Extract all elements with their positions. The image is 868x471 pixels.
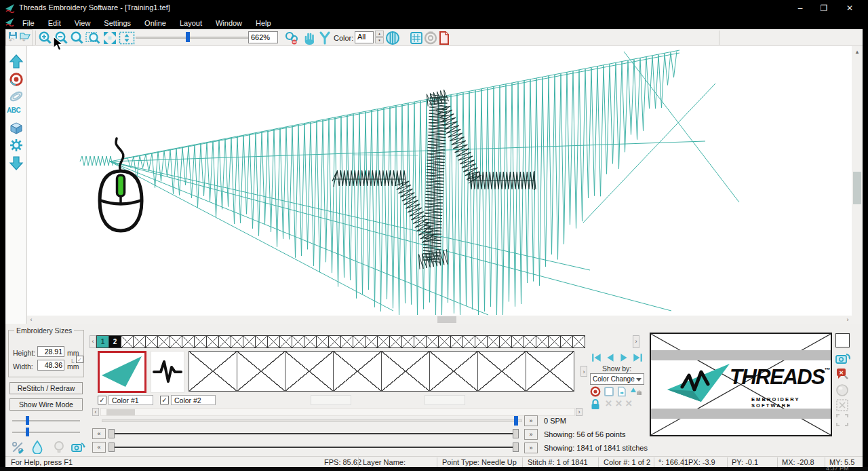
restitch-button[interactable]: ReStitch / Redraw <box>9 382 83 394</box>
zoom-region-icon[interactable] <box>85 31 101 45</box>
maximize-button[interactable]: ❐ <box>814 1 834 15</box>
empty-color-square[interactable] <box>438 335 451 348</box>
sphere-view-icon[interactable] <box>835 383 849 397</box>
thumbnail-color1-selected[interactable] <box>98 351 146 393</box>
stitches-forward-button[interactable]: » <box>524 442 538 453</box>
points-range-start-handle[interactable] <box>108 429 115 438</box>
color2-label[interactable]: Color #2 <box>171 395 216 405</box>
menu-settings[interactable]: Settings <box>99 18 136 29</box>
thumbscroll-thumb[interactable] <box>106 409 135 415</box>
menu-help[interactable]: Help <box>251 18 276 29</box>
empty-color-square[interactable] <box>499 335 512 348</box>
thumbscroll-track[interactable] <box>100 408 575 416</box>
speed-slider-handle[interactable] <box>26 428 29 436</box>
empty-thumbnail[interactable] <box>477 351 526 392</box>
lock-icon[interactable] <box>590 398 601 410</box>
empty-color-square[interactable] <box>377 335 390 348</box>
3d-export-icon[interactable] <box>630 386 642 397</box>
empty-color-square[interactable] <box>206 335 219 348</box>
center-target-icon[interactable] <box>9 72 24 87</box>
empty-color-square[interactable] <box>389 335 402 348</box>
menu-file[interactable]: File <box>18 18 39 29</box>
settings-gear-icon[interactable] <box>9 138 24 153</box>
frame-icon[interactable] <box>604 386 614 397</box>
grid-icon[interactable] <box>410 31 423 45</box>
design-preview-box[interactable]: THREADS™ EMBROIDERY SOFTWARE <box>650 333 832 436</box>
pan-hand-icon[interactable] <box>302 31 317 45</box>
empty-color-square[interactable] <box>524 335 536 348</box>
record-icon[interactable] <box>590 386 601 397</box>
menu-view[interactable]: View <box>70 18 96 29</box>
canvas-hscrollbar[interactable]: ‹ › <box>27 316 852 324</box>
attachment-icon[interactable] <box>9 90 24 103</box>
empty-color-square[interactable] <box>450 335 463 348</box>
expand-view-icon[interactable] <box>102 31 117 45</box>
lettering-icon[interactable]: ABC <box>7 107 20 114</box>
spm-forward-button[interactable]: » <box>524 415 538 426</box>
menu-window[interactable]: Window <box>211 18 247 29</box>
density-slider-handle[interactable] <box>26 416 29 425</box>
empty-color-square[interactable] <box>170 335 182 348</box>
empty-thumbnail[interactable] <box>429 351 478 392</box>
speed-slider[interactable] <box>12 432 80 433</box>
empty-color-square[interactable] <box>255 335 268 348</box>
empty-color-square[interactable] <box>365 335 378 348</box>
3d-view-icon[interactable] <box>9 120 24 135</box>
show-by-dropdown[interactable]: Color Change <box>590 373 644 385</box>
spm-slider-track[interactable] <box>102 419 522 422</box>
empty-color-square[interactable] <box>572 335 585 348</box>
empty-thumbnail[interactable] <box>285 351 334 392</box>
empty-color-square[interactable] <box>133 335 146 348</box>
empty-thumbnail[interactable] <box>189 351 237 392</box>
empty-color-square[interactable] <box>279 335 292 348</box>
width-field[interactable] <box>37 360 64 371</box>
empty-color-square[interactable] <box>426 335 439 348</box>
spinner-up-icon[interactable]: ▴ <box>375 31 384 37</box>
empty-color-square[interactable] <box>475 335 488 348</box>
empty-color-square[interactable] <box>292 335 304 348</box>
empty-color-square[interactable] <box>182 335 195 348</box>
vscroll-thumb[interactable] <box>853 172 861 204</box>
color-square-2[interactable]: 2 <box>108 335 121 348</box>
empty-color-square[interactable] <box>560 335 573 348</box>
lightbulb-icon[interactable] <box>53 440 65 454</box>
menu-online[interactable]: Online <box>140 18 171 29</box>
empty-color-square[interactable] <box>267 335 280 348</box>
empty-color-square[interactable] <box>194 335 207 348</box>
preview-camera-icon[interactable] <box>835 352 850 365</box>
rotate-view-icon[interactable] <box>71 440 85 454</box>
density-slider[interactable] <box>12 420 80 421</box>
redo-icon[interactable]: ↷ <box>20 37 25 44</box>
height-field[interactable] <box>37 346 64 357</box>
play-icon[interactable] <box>618 353 629 362</box>
zoom-settings-icon[interactable] <box>283 31 300 45</box>
spinner-down-icon[interactable]: ▾ <box>375 37 384 43</box>
step-back-icon[interactable] <box>605 353 616 362</box>
zoom-slider[interactable] <box>136 37 250 39</box>
empty-color-square[interactable] <box>304 335 317 348</box>
thumbnail-color2[interactable] <box>151 351 184 393</box>
fit-preview-icon[interactable] <box>835 398 849 412</box>
points-rewind-button[interactable]: « <box>92 428 106 439</box>
empty-color-square[interactable] <box>487 335 500 348</box>
stitch-point-icon[interactable] <box>318 31 332 45</box>
zoom-in-icon[interactable] <box>38 31 53 45</box>
spm-slider-handle[interactable] <box>514 416 518 426</box>
design-canvas[interactable] <box>27 46 852 316</box>
empty-color-square[interactable] <box>316 335 329 348</box>
zoom-slider-handle[interactable] <box>186 32 190 42</box>
export-page-icon[interactable] <box>616 386 627 397</box>
menu-layout[interactable]: Layout <box>175 18 207 29</box>
menu-edit[interactable]: Edit <box>43 18 66 29</box>
color-square-1[interactable]: 1 <box>96 335 109 348</box>
empty-color-square[interactable] <box>353 335 366 348</box>
skip-to-end-icon[interactable] <box>632 353 643 362</box>
empty-color-square[interactable] <box>145 335 158 348</box>
minimize-button[interactable]: – <box>790 1 810 15</box>
empty-color-square[interactable] <box>511 335 524 348</box>
empty-color-square[interactable] <box>231 335 243 348</box>
empty-color-square[interactable] <box>462 335 475 348</box>
thread-spool-icon[interactable] <box>385 31 400 45</box>
empty-color-square[interactable] <box>414 335 427 348</box>
empty-color-square[interactable] <box>536 335 549 348</box>
